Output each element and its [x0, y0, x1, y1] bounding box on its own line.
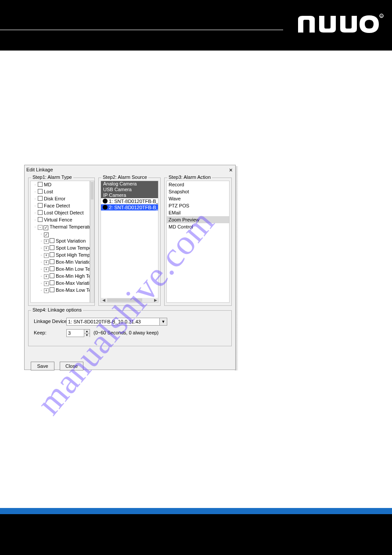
- keep-spinner[interactable]: 3 ▲▼: [66, 329, 90, 337]
- tree-checkbox[interactable]: [44, 232, 49, 237]
- alarm-type-node[interactable]: ·Disk Error: [31, 195, 90, 202]
- tree-node-label: Box-Min Low Temperat: [56, 266, 90, 272]
- tree-expander-icon[interactable]: +: [44, 274, 49, 279]
- alarm-type-tree[interactable]: ·MD·Lost·Disk Error·Face Detect·Lost Obj…: [30, 181, 90, 303]
- action-item[interactable]: Zoom Preview: [167, 216, 229, 223]
- tree-checkbox[interactable]: [43, 225, 48, 230]
- keep-value: 3: [68, 330, 83, 337]
- alarm-type-node[interactable]: ·Face Detect: [31, 202, 90, 209]
- tree-checkbox[interactable]: [50, 245, 54, 250]
- tree-checkbox[interactable]: [50, 287, 54, 292]
- tree-checkbox[interactable]: [38, 196, 43, 201]
- alarm-type-node[interactable]: ·+Box-Min Variation: [31, 258, 90, 265]
- tree-node-label: Spot Low Temperature: [56, 245, 90, 250]
- tree-checkbox[interactable]: [38, 182, 43, 187]
- source-header: USB Camera: [101, 187, 158, 192]
- alarm-type-scrollbar[interactable]: [90, 181, 94, 303]
- alarm-type-node[interactable]: ·+Box-Min High Tempera: [31, 272, 90, 279]
- alarm-type-node[interactable]: ·-Thermal Temperature: [31, 223, 90, 230]
- source-header: Analog Camera: [101, 181, 158, 187]
- spin-down-icon[interactable]: ▼: [84, 333, 90, 337]
- alarm-type-node[interactable]: ·Lost: [31, 188, 90, 195]
- tree-expander-icon[interactable]: +: [44, 239, 49, 244]
- source-item[interactable]: 1: SNT-8D0120TFB-B_10.0.3: [101, 198, 158, 204]
- tree-node-label: Virtual Fence: [44, 217, 72, 222]
- linkage-device-label: Linkage Device:: [34, 319, 68, 324]
- close-button[interactable]: Close: [60, 362, 83, 370]
- step1-title: Step1: Alarm Type: [31, 174, 73, 180]
- tree-checkbox[interactable]: [38, 189, 43, 194]
- tree-expander-icon[interactable]: -: [38, 225, 43, 230]
- tree-checkbox[interactable]: [50, 280, 54, 285]
- keep-hint: (0~60 Seconds, 0 alway keep): [94, 330, 158, 335]
- tree-expander-icon[interactable]: +: [44, 288, 49, 293]
- tree-checkbox[interactable]: [50, 252, 54, 257]
- alarm-source-list[interactable]: Analog CameraUSB CameraIP Camera1: SNT-8…: [101, 181, 158, 303]
- action-item[interactable]: PTZ POS: [167, 202, 229, 209]
- tree-node-label: MD: [44, 182, 51, 187]
- edit-linkage-dialog: Edit Linkage × Step1: Alarm Type ·MD·Los…: [24, 165, 236, 370]
- alarm-type-node[interactable]: ·+Spot Variation: [31, 237, 90, 244]
- source-header: IP Camera: [101, 192, 158, 198]
- tree-expander-icon[interactable]: +: [44, 246, 49, 251]
- save-button[interactable]: Save: [31, 362, 54, 370]
- action-item[interactable]: Snapshot: [167, 188, 229, 195]
- alarm-type-node[interactable]: ·: [31, 230, 90, 237]
- alarm-type-node[interactable]: ·+Spot High Temperature: [31, 251, 90, 258]
- nuuo-logo: R: [295, 10, 387, 36]
- tree-node-label: Box-Min Variation: [56, 259, 90, 265]
- step1-alarm-type-group: Step1: Alarm Type ·MD·Lost·Disk Error·Fa…: [28, 178, 95, 306]
- tree-checkbox[interactable]: [38, 203, 43, 208]
- tree-node-label: Lost Object Detect: [44, 210, 84, 215]
- tree-node-label: Face Detect: [44, 203, 70, 208]
- alarm-type-node[interactable]: ·+Box-Min Low Temperat: [31, 265, 90, 272]
- action-item[interactable]: Record: [167, 181, 229, 188]
- tree-node-label: Lost: [44, 189, 53, 194]
- step2-title: Step2: Alarm Source: [101, 174, 148, 180]
- step3-title: Step3: Alarm Action: [167, 174, 212, 180]
- action-item[interactable]: EMail: [167, 209, 229, 216]
- tree-node-label: Disk Error: [44, 196, 65, 201]
- tree-node-label: Box-Max Low Tempera: [56, 287, 90, 293]
- header-divider: [0, 29, 283, 30]
- step4-linkage-options-group: Step4: Linkage options Linkage Device: 1…: [28, 310, 232, 346]
- tree-node-label: Box-Min High Tempera: [56, 273, 90, 279]
- spin-up-icon[interactable]: ▲: [84, 330, 90, 333]
- tree-checkbox[interactable]: [38, 217, 43, 222]
- source-item[interactable]: 2: SNT-8D0120TFB-B_10.0.3: [101, 204, 158, 210]
- alarm-type-node[interactable]: ·Lost Object Detect: [31, 209, 90, 216]
- close-icon[interactable]: ×: [229, 167, 233, 173]
- alarm-action-list[interactable]: RecordSnapshotWavePTZ POSEMailZoom Previ…: [166, 181, 230, 303]
- step3-alarm-action-group: Step3: Alarm Action RecordSnapshotWavePT…: [164, 178, 232, 306]
- tree-checkbox[interactable]: [50, 259, 54, 264]
- alarm-type-node[interactable]: ·+Spot Low Temperature: [31, 244, 90, 251]
- footer-black-bar: [0, 514, 392, 555]
- linkage-device-value: 1: SNT-8D0120TFB-B_10.0.31.43: [68, 318, 159, 325]
- tree-expander-icon[interactable]: +: [44, 253, 49, 258]
- action-item[interactable]: Wave: [167, 195, 229, 202]
- chevron-down-icon[interactable]: ▼: [159, 318, 167, 325]
- tree-node-label: Spot High Temperature: [56, 252, 90, 258]
- tree-expander-icon[interactable]: +: [44, 267, 49, 272]
- linkage-device-combo[interactable]: 1: SNT-8D0120TFB-B_10.0.31.43 ▼: [66, 318, 167, 326]
- tree-node-label: Spot Variation: [56, 238, 86, 243]
- alarm-type-node[interactable]: ·+Box-Max Variation: [31, 279, 90, 287]
- tree-expander-icon[interactable]: +: [44, 260, 49, 265]
- alarm-type-node[interactable]: ·MD: [31, 181, 90, 188]
- tree-checkbox[interactable]: [50, 266, 54, 271]
- alarm-source-hscroll[interactable]: ◀▶: [101, 298, 158, 302]
- tree-checkbox[interactable]: [50, 273, 54, 278]
- tree-node-label: Box-Max Variation: [56, 280, 90, 286]
- tree-node-label: Thermal Temperature: [50, 224, 90, 229]
- tree-expander-icon[interactable]: +: [44, 281, 49, 286]
- footer-blue-bar: [0, 508, 392, 514]
- tree-checkbox[interactable]: [50, 238, 54, 243]
- tree-checkbox[interactable]: [38, 210, 43, 215]
- header-bar: R: [0, 0, 392, 51]
- step4-title: Step4: Linkage options: [31, 307, 83, 312]
- step2-alarm-source-group: Step2: Alarm Source Analog CameraUSB Cam…: [98, 178, 161, 306]
- alarm-type-node[interactable]: ·+Box-Max Low Tempera: [31, 287, 90, 294]
- action-item[interactable]: MD Control: [167, 223, 229, 230]
- alarm-type-node[interactable]: ·Virtual Fence: [31, 216, 90, 223]
- dialog-title: Edit Linkage: [26, 167, 53, 172]
